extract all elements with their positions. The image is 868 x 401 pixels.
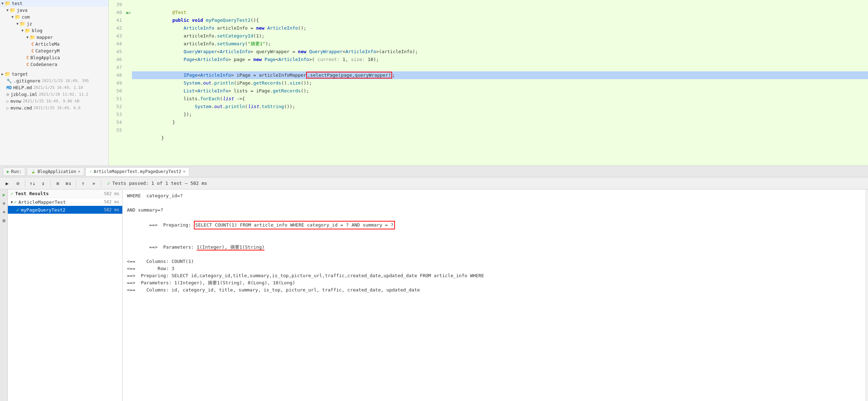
- sidebar-item-mvnw[interactable]: ▷ mvnw 2021/1/25 16:49, 9.86 kB: [0, 98, 108, 105]
- tab-run[interactable]: ▶ Run:: [3, 167, 25, 176]
- gitignore-file-icon: 🔧: [6, 78, 12, 83]
- bottom-panel: ▶ Run: 🍃 BlogApplication ✕ ✓ ArticleMapp…: [0, 166, 868, 401]
- folder-icon: 📁: [15, 14, 20, 20]
- sidebar-item-com[interactable]: ▼ 📁 com: [0, 14, 108, 20]
- test-results-header: ✓ Test Results 582 ms: [8, 189, 122, 198]
- expand-button[interactable]: »: [89, 179, 98, 188]
- sidebar-item-label: CategoryM: [35, 48, 60, 54]
- status-pass-icon: ✓: [107, 180, 110, 187]
- sidebar-item-test[interactable]: ▼ 📁 test: [0, 0, 108, 7]
- separator: [25, 180, 25, 187]
- test-status: ✓ Tests passed: 1 of 1 test – 582 ms: [107, 180, 207, 187]
- md-file-icon: MD: [6, 85, 12, 90]
- sidebar-item-label: jz: [27, 21, 32, 26]
- run-icon: ▶: [7, 169, 9, 174]
- tab-close-button[interactable]: ✕: [183, 169, 185, 174]
- test-tree-method[interactable]: ✓ myPageQueryTest2 582 ms: [8, 206, 122, 214]
- code-lines: @Test public void myPageQueryTest2(){ Ar…: [132, 0, 868, 166]
- code-line-39: @Test: [132, 1, 868, 9]
- sidebar-item-mvnwcmd[interactable]: ▷ mvnw.cmd 2021/1/25 16:49, 6.6: [0, 105, 108, 111]
- code-line-53: }: [132, 111, 868, 118]
- sort-duration-button[interactable]: ↕: [39, 179, 47, 188]
- sidebar-item-jz[interactable]: ▼ 📁 jz: [0, 20, 108, 27]
- file-meta: 2021/1/25 16:49, 6.6: [34, 106, 81, 110]
- file-meta: 2021/1/25 16:49, 395: [42, 78, 89, 83]
- tab-label: BlogApplication: [37, 169, 76, 174]
- sidebar-item-categorym[interactable]: C CategoryM: [0, 47, 108, 54]
- output-line-columns: <== Columns: COUNT(1): [127, 258, 861, 265]
- separator: [50, 180, 51, 187]
- tab-article-mapper-test[interactable]: ✓ ArticleMapperTest.myPageQueryTest2 ✕: [86, 167, 189, 176]
- sidebar-item-java[interactable]: ▼ 📁 java: [0, 7, 108, 14]
- sidebar-item-label: ArticleMa: [35, 41, 60, 47]
- sidebar-icon-2[interactable]: ≡: [0, 208, 8, 216]
- folder-icon: 📁: [20, 21, 25, 26]
- sidebar-icon-1[interactable]: ⚙: [0, 199, 8, 207]
- sidebar-item-label: java: [17, 7, 27, 13]
- rerun-button[interactable]: ▶: [3, 179, 11, 188]
- params-underline: 1(Integer), 摘要1(String): [197, 244, 264, 250]
- sidebar-item-blog[interactable]: ▼ 📁 blog: [0, 27, 108, 34]
- sidebar-item-blogapplica[interactable]: C BlogApplica: [0, 54, 108, 61]
- status-text: Tests passed: 1 of 1 test – 582 ms: [112, 181, 207, 186]
- code-line-54: [132, 118, 868, 126]
- bottom-content: ▶ ⚙ ≡ ▤ ✓ Test Results 582 ms ▼ ✓ Articl…: [0, 189, 868, 401]
- filter-button[interactable]: ≡↕: [64, 179, 73, 188]
- sidebar-item-label: blog: [32, 28, 42, 33]
- output-line-preparing-select: ==> Preparing: SELECT id,category_id,tit…: [127, 272, 861, 279]
- test-tree-root[interactable]: ▼ ✓ ArticleMapperTest 582 ms: [8, 198, 122, 206]
- tab-bar: ▶ Run: 🍃 BlogApplication ✕ ✓ ArticleMapp…: [0, 166, 868, 177]
- pass-icon: ✓: [16, 207, 19, 213]
- test-class-time: 582 ms: [104, 199, 119, 204]
- sidebar-run-icon[interactable]: ▶: [0, 191, 8, 199]
- sql-redbox-count: SELECT COUNT(1) FROM article_info WHERE …: [194, 221, 395, 229]
- sidebar-item-label: HELP.md: [13, 85, 32, 90]
- sidebar-item-label: com: [22, 14, 30, 20]
- test-results-label: Test Results: [15, 191, 49, 196]
- sidebar-item-label: test: [12, 1, 22, 6]
- code-line-55: }: [132, 126, 868, 134]
- tab-close-button[interactable]: ✕: [78, 169, 81, 174]
- tab-label: ArticleMapperTest.myPageQueryTest2: [94, 169, 181, 174]
- folder-icon: 📁: [10, 7, 15, 13]
- collapse-button[interactable]: ↑: [79, 179, 87, 188]
- sort-alpha-button[interactable]: ↑↓: [28, 179, 37, 188]
- test-method-label: myPageQueryTest2: [21, 207, 65, 213]
- tab-label: Run:: [11, 169, 21, 174]
- sidebar-item-helpmd[interactable]: MD HELP.md 2021/1/25 16:49, 1.18: [0, 84, 108, 91]
- arrow-icon: ▼: [26, 35, 29, 39]
- pass-icon: ✓: [11, 191, 14, 196]
- folder-icon: 📁: [25, 28, 30, 33]
- stop-button[interactable]: ⊘: [14, 179, 22, 188]
- sidebar-item-gitignore[interactable]: 🔧 .gitignore 2021/1/25 16:49, 395: [0, 77, 108, 84]
- sidebar-item-label: mvnw.cmd: [11, 105, 32, 111]
- output-line-1: WHERE category_id=?: [127, 192, 861, 199]
- sidebar-item-articlema[interactable]: C ArticleMa: [0, 41, 108, 47]
- sidebar-item-jzblogiml[interactable]: ⚙ jzblog.iml 2021/1/28 11:02, 11.2: [0, 91, 108, 98]
- java-file-icon: C: [26, 55, 29, 60]
- output-line-columns-2: <== Columns: id, category_id, title, sum…: [127, 286, 861, 294]
- right-scrollbar[interactable]: [865, 189, 868, 401]
- mvnw-file-icon: ▷: [6, 98, 9, 104]
- sidebar-item-codegenera[interactable]: C CodeGenera: [0, 61, 108, 68]
- test-method-time: 582 ms: [104, 207, 119, 212]
- sidebar-item-label: mvnw: [11, 98, 21, 104]
- mvnw-cmd-file-icon: ▷: [6, 105, 9, 111]
- sidebar-item-target[interactable]: ▶ 📁 target: [0, 71, 108, 77]
- output-panel: WHERE category_id=? AND summary=? ==> Pr…: [123, 189, 865, 401]
- sidebar-item-label: .gitignore: [14, 78, 40, 83]
- java-file-icon: C: [31, 42, 34, 47]
- file-meta: 2021/1/28 11:02, 11.2: [39, 92, 88, 97]
- arrow-icon: ▼: [21, 29, 24, 32]
- file-meta: 2021/1/25 16:49, 9.86 kB: [23, 99, 79, 103]
- group-button[interactable]: ≡: [53, 179, 62, 188]
- sidebar-item-label: BlogApplica: [30, 55, 60, 60]
- sidebar-item-label: jzblog.iml: [11, 92, 37, 97]
- gutter: ◉↺: [125, 0, 132, 166]
- sidebar-icon-3[interactable]: ▤: [0, 217, 8, 224]
- java-file-icon: C: [31, 49, 34, 54]
- sidebar-item-mapper[interactable]: ▼ 📁 mapper: [0, 34, 108, 41]
- tab-blog-application[interactable]: 🍃 BlogApplication ✕: [27, 167, 84, 176]
- code-editor: 39 40 41 42 43 44 45 46 47 48 49 50 51 5…: [109, 0, 868, 166]
- arrow-icon: ▶: [1, 72, 4, 76]
